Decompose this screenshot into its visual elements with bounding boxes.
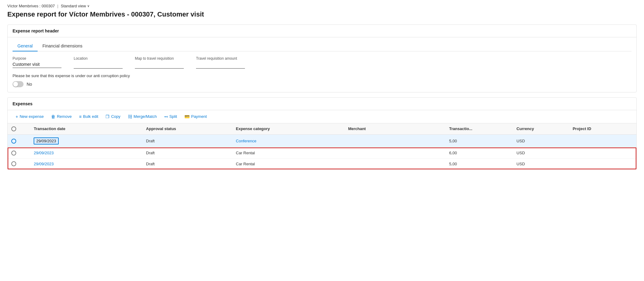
col-approval-status-header[interactable]: Approval status xyxy=(142,123,232,135)
row3-category: Car Rental xyxy=(232,158,344,169)
copy-button[interactable]: ❐ Copy xyxy=(102,113,123,121)
map-travel-label: Map to travel requisition xyxy=(135,56,184,61)
plus-icon: + xyxy=(16,114,18,119)
table-row[interactable]: 29/09/2023 Draft Conference 5,00 USD xyxy=(8,135,636,148)
row2-date-link[interactable]: 29/09/2023 xyxy=(34,151,54,155)
table-row[interactable]: 29/09/2023 Draft Car Rental 5,00 USD xyxy=(8,158,636,169)
row2-approval: Draft xyxy=(142,148,232,159)
row2-date[interactable]: 29/09/2023 xyxy=(30,148,142,159)
row1-category-link[interactable]: Conference xyxy=(236,139,256,143)
row1-transaction: 5,00 xyxy=(446,135,513,148)
row2-radio xyxy=(11,151,16,155)
header-card-title: Expense report header xyxy=(8,25,636,37)
view-selector[interactable]: Standard view ∨ xyxy=(61,4,90,8)
breadcrumb-separator: | xyxy=(57,4,58,8)
travel-req-amount-value[interactable] xyxy=(196,62,245,69)
row2-project xyxy=(569,148,636,159)
row1-project xyxy=(569,135,636,148)
row3-date[interactable]: 29/09/2023 xyxy=(30,158,142,169)
copy-label: Copy xyxy=(111,114,120,119)
row3-select[interactable] xyxy=(8,158,30,169)
toggle-label: No xyxy=(27,82,32,87)
form-fields: Purpose Customer visit Location Map to t… xyxy=(13,56,631,69)
row2-transaction: 6,00 xyxy=(446,148,513,159)
purpose-value[interactable]: Customer visit xyxy=(13,62,61,68)
map-travel-field: Map to travel requisition xyxy=(135,56,184,69)
row2-currency: USD xyxy=(513,148,569,159)
copy-icon: ❐ xyxy=(105,114,109,119)
map-travel-value[interactable] xyxy=(135,62,184,69)
bulk-edit-label: Bulk edit xyxy=(83,114,98,119)
payment-icon: 💳 xyxy=(184,114,190,119)
breadcrumb: Víctor Membrives : 000307 | Standard vie… xyxy=(7,4,637,8)
new-expense-label: New expense xyxy=(20,114,44,119)
col-project-id-header[interactable]: Project ID xyxy=(569,123,636,135)
row1-approval: Draft xyxy=(142,135,232,148)
location-value[interactable] xyxy=(74,62,123,69)
breadcrumb-user: Víctor Membrives : 000307 xyxy=(7,4,55,8)
split-icon: ⤟ xyxy=(164,114,168,119)
col-select-header xyxy=(8,123,30,135)
row1-currency: USD xyxy=(513,135,569,148)
travel-req-amount-field: Travel requisition amount xyxy=(196,56,245,69)
col-currency-header[interactable]: Currency xyxy=(513,123,569,135)
table-container: Transaction date Approval status Expense… xyxy=(8,123,636,170)
anti-corruption-toggle[interactable] xyxy=(13,81,24,87)
row2-merchant xyxy=(344,148,445,159)
header-radio xyxy=(11,126,16,131)
table-row[interactable]: 29/09/2023 Draft Car Rental 6,00 USD xyxy=(8,148,636,159)
row1-date-input[interactable]: 29/09/2023 xyxy=(34,137,58,144)
purpose-label: Purpose xyxy=(13,56,61,61)
tab-financial-dimensions[interactable]: Financial dimensions xyxy=(38,41,87,51)
row3-merchant xyxy=(344,158,445,169)
split-button[interactable]: ⤟ Split xyxy=(161,113,180,121)
expenses-card-title: Expenses xyxy=(8,98,636,110)
location-label: Location xyxy=(74,56,123,61)
row1-category[interactable]: Conference xyxy=(232,135,344,148)
row3-approval: Draft xyxy=(142,158,232,169)
col-expense-category-header[interactable]: Expense category xyxy=(232,123,344,135)
remove-label: Remove xyxy=(57,114,72,119)
split-label: Split xyxy=(169,114,177,119)
row1-radio xyxy=(11,139,16,144)
chevron-down-icon: ∨ xyxy=(87,4,90,8)
header-card-body: General Financial dimensions Purpose Cus… xyxy=(8,37,636,92)
table-body: 29/09/2023 Draft Conference 5,00 USD xyxy=(8,135,636,169)
table-header-row: Transaction date Approval status Expense… xyxy=(8,123,636,135)
purpose-field: Purpose Customer visit xyxy=(13,56,61,69)
payment-label: Payment xyxy=(191,114,207,119)
travel-req-amount-label: Travel requisition amount xyxy=(196,56,245,61)
row1-select[interactable] xyxy=(8,135,30,148)
row3-transaction: 5,00 xyxy=(446,158,513,169)
payment-button[interactable]: 💳 Payment xyxy=(181,113,210,121)
location-field: Location xyxy=(74,56,123,69)
page-title: Expense report for Víctor Membrives - 00… xyxy=(7,10,637,19)
row3-project xyxy=(569,158,636,169)
col-merchant-header[interactable]: Merchant xyxy=(344,123,445,135)
expenses-toolbar: + New expense 🗑 Remove ≡ Bulk edit ❐ Cop… xyxy=(8,110,636,123)
link-icon: ⛓ xyxy=(128,114,132,119)
row1-date[interactable]: 29/09/2023 xyxy=(30,135,142,148)
row3-currency: USD xyxy=(513,158,569,169)
remove-button[interactable]: 🗑 Remove xyxy=(48,113,75,121)
view-label: Standard view xyxy=(61,4,86,8)
row2-select[interactable] xyxy=(8,148,30,159)
toggle-row: No xyxy=(13,81,631,87)
row2-category: Car Rental xyxy=(232,148,344,159)
col-transaction-date-header[interactable]: Transaction date xyxy=(30,123,142,135)
trash-icon: 🗑 xyxy=(51,114,55,119)
expense-report-header-card: Expense report header General Financial … xyxy=(7,24,637,92)
expenses-table: Transaction date Approval status Expense… xyxy=(8,123,636,170)
row1-merchant xyxy=(344,135,445,148)
new-expense-button[interactable]: + New expense xyxy=(13,113,47,121)
col-transaction-header[interactable]: Transactio... xyxy=(446,123,513,135)
tab-general[interactable]: General xyxy=(13,41,38,51)
header-tabs: General Financial dimensions xyxy=(13,41,631,51)
merge-match-label: Merge/Match xyxy=(134,114,157,119)
policy-text: Please be sure that this expense is unde… xyxy=(13,73,631,78)
merge-match-button[interactable]: ⛓ Merge/Match xyxy=(125,113,160,121)
bulk-edit-button[interactable]: ≡ Bulk edit xyxy=(76,113,101,121)
row3-date-link[interactable]: 29/09/2023 xyxy=(34,162,54,166)
expenses-card: Expenses + New expense 🗑 Remove ≡ Bulk e… xyxy=(7,97,637,170)
toggle-thumb xyxy=(13,82,18,87)
